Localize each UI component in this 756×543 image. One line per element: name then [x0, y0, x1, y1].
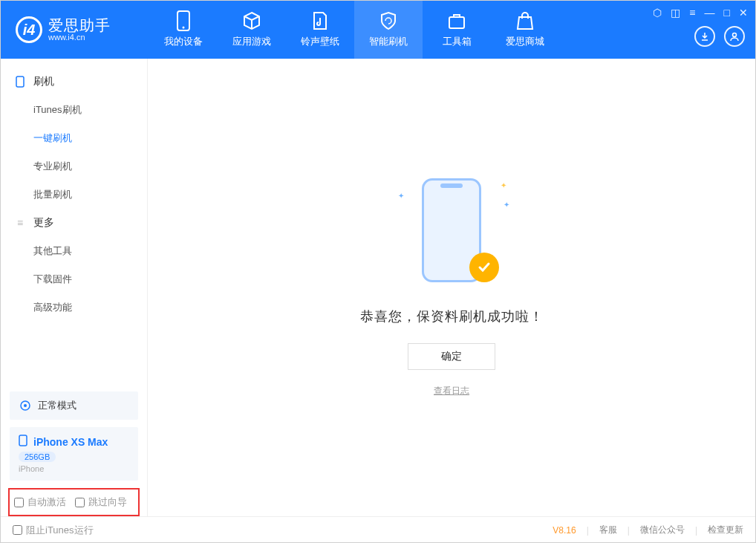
svg-rect-2 — [449, 17, 464, 28]
minimize-button[interactable]: — — [705, 7, 715, 19]
sparkle-icon: ✦ — [501, 181, 506, 189]
app-name-cn: 爱思助手 — [48, 18, 111, 33]
svg-point-3 — [733, 33, 737, 37]
ok-button[interactable]: 确定 — [408, 343, 495, 370]
svg-rect-7 — [19, 435, 27, 446]
device-name: iPhone XS Max — [33, 436, 108, 448]
sidebar: 刷机 iTunes刷机 一键刷机 专业刷机 批量刷机 ≡ 更多 其他工具 下载固… — [1, 59, 148, 516]
sidebar-item-oneclick-flash[interactable]: 一键刷机 — [1, 124, 147, 152]
sidebar-group-flash: 刷机 — [1, 68, 147, 96]
logo-icon: i4 — [16, 16, 42, 43]
device-storage: 256GB — [19, 452, 56, 462]
svg-point-1 — [183, 27, 185, 29]
device-mode-box[interactable]: 正常模式 — [10, 391, 138, 420]
sidebar-group-more: ≡ 更多 — [1, 209, 147, 237]
device-info-box[interactable]: iPhone XS Max 256GB iPhone — [10, 427, 138, 481]
briefcase-icon — [447, 11, 466, 30]
cube-small-icon[interactable]: ◫ — [671, 7, 680, 19]
status-bar: 阻止iTunes运行 V8.16 | 客服 | 微信公众号 | 检查更新 — [1, 516, 755, 543]
device-type: iPhone — [19, 464, 129, 473]
nav-toolbox[interactable]: 工具箱 — [423, 1, 491, 59]
auto-activate-checkbox[interactable]: 自动激活 — [14, 495, 66, 509]
status-link-support[interactable]: 客服 — [599, 524, 617, 536]
shield-refresh-icon — [379, 11, 398, 30]
header-right: ⬡ ◫ ≡ — □ ✕ — [653, 7, 748, 47]
status-link-wechat[interactable]: 微信公众号 — [640, 524, 685, 536]
music-file-icon — [310, 11, 330, 30]
nav-apps[interactable]: 应用游戏 — [218, 1, 286, 59]
sparkle-icon: ✦ — [504, 201, 509, 209]
shirt-icon[interactable]: ⬡ — [653, 7, 662, 19]
nav-flash[interactable]: 智能刷机 — [354, 1, 423, 59]
user-button[interactable] — [724, 26, 745, 47]
nav-ringtones[interactable]: 铃声壁纸 — [286, 1, 354, 59]
nav-store[interactable]: 爱思商城 — [491, 1, 559, 59]
skip-guide-checkbox[interactable]: 跳过向导 — [75, 495, 127, 509]
app-name-en: www.i4.cn — [48, 33, 111, 42]
sidebar-item-batch-flash[interactable]: 批量刷机 — [1, 181, 147, 209]
window-controls: ⬡ ◫ ≡ — □ ✕ — [653, 7, 748, 19]
sidebar-item-itunes-flash[interactable]: iTunes刷机 — [1, 96, 147, 124]
flash-options-highlight: 自动激活 跳过向导 — [8, 488, 140, 516]
top-nav: 我的设备 应用游戏 铃声壁纸 智能刷机 工具箱 爱思商城 — [149, 1, 559, 59]
sidebar-item-advanced[interactable]: 高级功能 — [1, 293, 147, 322]
cube-icon — [242, 11, 261, 30]
success-illustration: ✦ ✦ ✦ — [400, 178, 504, 290]
phone-icon — [14, 76, 26, 88]
download-button[interactable] — [694, 26, 715, 47]
svg-point-6 — [24, 404, 27, 407]
success-message: 恭喜您，保资料刷机成功啦！ — [360, 308, 544, 325]
maximize-button[interactable]: □ — [724, 7, 730, 19]
app-logo: i4 爱思助手 www.i4.cn — [1, 16, 149, 43]
nav-my-device[interactable]: 我的设备 — [149, 1, 218, 59]
bag-icon — [515, 11, 535, 30]
mode-icon — [19, 399, 32, 412]
block-itunes-checkbox[interactable]: 阻止iTunes运行 — [13, 524, 94, 537]
view-log-link[interactable]: 查看日志 — [434, 385, 469, 397]
check-badge-icon — [469, 253, 499, 282]
list-icon: ≡ — [14, 217, 26, 229]
menu-icon[interactable]: ≡ — [689, 7, 695, 19]
svg-rect-4 — [16, 77, 24, 87]
sidebar-item-download-firmware[interactable]: 下载固件 — [1, 265, 147, 293]
status-link-update[interactable]: 检查更新 — [708, 524, 743, 536]
close-button[interactable]: ✕ — [739, 7, 748, 19]
main-content: ✦ ✦ ✦ 恭喜您，保资料刷机成功啦！ 确定 查看日志 — [148, 59, 755, 516]
version-label: V8.16 — [553, 525, 576, 536]
sparkle-icon: ✦ — [398, 192, 404, 200]
sidebar-item-pro-flash[interactable]: 专业刷机 — [1, 152, 147, 181]
device-icon — [174, 11, 193, 30]
header: i4 爱思助手 www.i4.cn 我的设备 应用游戏 铃声壁纸 智能刷机 工具… — [1, 1, 755, 59]
sidebar-item-other-tools[interactable]: 其他工具 — [1, 237, 147, 265]
device-phone-icon — [19, 435, 27, 449]
